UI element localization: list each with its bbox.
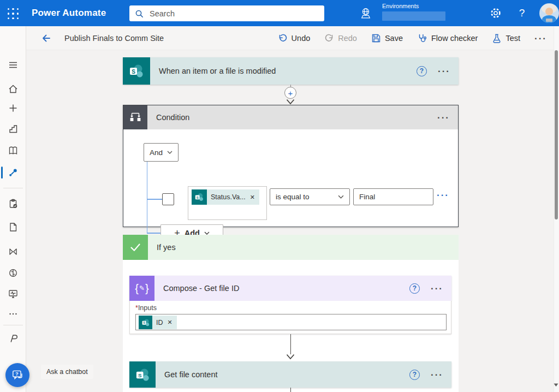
sharepoint-icon bbox=[129, 361, 156, 388]
settings-button[interactable] bbox=[485, 0, 507, 26]
app-title: Power Automate bbox=[32, 0, 106, 26]
row-checkbox[interactable] bbox=[162, 193, 174, 205]
ask-chatbot-button[interactable]: ? bbox=[5, 363, 29, 387]
comparison-value: is equal to bbox=[276, 193, 310, 201]
card-menu-icon[interactable]: ··· bbox=[438, 67, 450, 76]
condition-body: And Status.Va... ✕ is equa bbox=[123, 129, 458, 226]
avatar-face bbox=[545, 8, 553, 15]
condition-header[interactable]: Condition ··· bbox=[123, 105, 458, 129]
nav-menu-button[interactable] bbox=[0, 60, 26, 72]
row-menu-icon[interactable]: ··· bbox=[437, 191, 449, 200]
desktop-flows-icon bbox=[8, 246, 19, 257]
if-yes-label: If yes bbox=[157, 243, 176, 252]
page-icon bbox=[8, 222, 19, 233]
get-file-content-card[interactable]: Get file content ? ··· bbox=[129, 361, 451, 388]
stethoscope-icon bbox=[417, 33, 427, 44]
topbar: Power Automate Environments bbox=[0, 0, 559, 26]
get-file-content-title: Get file content bbox=[164, 370, 218, 379]
nav-solutions[interactable] bbox=[0, 222, 26, 234]
power-platform-icon bbox=[8, 333, 19, 344]
nav-create[interactable] bbox=[0, 103, 26, 115]
tree-line bbox=[147, 233, 160, 234]
group-operator-dropdown[interactable]: And bbox=[144, 143, 179, 162]
tree-line bbox=[147, 199, 162, 200]
dynamic-content-chip[interactable]: ID ✕ bbox=[139, 316, 177, 329]
back-button[interactable] bbox=[40, 26, 51, 50]
designer-toolbar: Publish Finals to Comm Site Undo Redo bbox=[26, 26, 559, 50]
save-label: Save bbox=[385, 34, 403, 43]
monitor-pulse-icon bbox=[8, 288, 19, 299]
brain-icon bbox=[8, 268, 19, 278]
sharepoint-icon bbox=[192, 189, 207, 205]
flow-checker-button[interactable]: Flow checker bbox=[417, 33, 478, 44]
environments-label: Environments bbox=[382, 3, 419, 9]
templates-icon bbox=[8, 123, 19, 134]
compose-braces-icon: {✎} bbox=[129, 276, 154, 301]
connector-line bbox=[290, 388, 292, 392]
value-input[interactable]: Final bbox=[353, 188, 433, 205]
remove-chip-icon[interactable]: ✕ bbox=[249, 194, 259, 201]
search-field[interactable] bbox=[148, 9, 319, 19]
nav-power-platform[interactable] bbox=[0, 333, 26, 345]
flow-title: Publish Finals to Comm Site bbox=[64, 26, 164, 50]
comparison-dropdown[interactable]: is equal to bbox=[270, 188, 350, 205]
save-button[interactable]: Save bbox=[371, 33, 403, 43]
nav-more[interactable] bbox=[0, 308, 26, 320]
card-menu-icon[interactable]: ··· bbox=[431, 284, 443, 293]
ask-chatbot-tooltip: Ask a chatbot bbox=[41, 365, 93, 379]
nav-learn[interactable] bbox=[0, 145, 26, 157]
remove-chip-icon[interactable]: ✕ bbox=[167, 319, 177, 326]
flask-icon bbox=[492, 33, 502, 43]
test-label: Test bbox=[506, 34, 520, 43]
home-icon bbox=[8, 84, 19, 94]
redo-button[interactable]: Redo bbox=[324, 33, 357, 43]
nav-monitor[interactable] bbox=[0, 288, 26, 300]
environment-picker[interactable] bbox=[359, 7, 372, 20]
nav-home[interactable] bbox=[0, 84, 26, 96]
plus-icon bbox=[8, 103, 19, 114]
nav-divider bbox=[3, 325, 23, 325]
dynamic-content-chip[interactable]: Status.Va... ✕ bbox=[192, 189, 259, 205]
environment-name-redacted[interactable] bbox=[382, 11, 445, 21]
waffle-menu-icon[interactable] bbox=[6, 7, 20, 21]
nav-desktop-flows[interactable] bbox=[0, 246, 26, 258]
scrollbar-thumb[interactable] bbox=[555, 50, 558, 219]
trigger-title: When an item or a file is modified bbox=[159, 67, 276, 75]
nav-templates[interactable] bbox=[0, 123, 26, 135]
toolbar-commands: Undo Redo Save bbox=[278, 26, 547, 50]
save-icon bbox=[371, 33, 381, 43]
value-text: Final bbox=[359, 193, 375, 201]
tree-line bbox=[147, 162, 148, 233]
avatar[interactable] bbox=[539, 3, 559, 23]
book-icon bbox=[8, 145, 19, 156]
sharepoint-icon bbox=[139, 316, 152, 329]
test-button[interactable]: Test bbox=[492, 33, 520, 43]
ellipsis-icon bbox=[8, 308, 19, 319]
toolbar-more-button[interactable]: ··· bbox=[534, 34, 547, 43]
connector-line bbox=[290, 334, 292, 354]
clipboard-check-icon bbox=[8, 198, 19, 209]
insert-step-button[interactable]: + bbox=[284, 87, 296, 99]
undo-button[interactable]: Undo bbox=[278, 33, 311, 43]
trigger-card[interactable]: When an item or a file is modified ? ··· bbox=[123, 57, 459, 85]
help-button[interactable]: ? bbox=[511, 0, 533, 26]
nav-divider bbox=[3, 188, 23, 188]
scrollbar-down-arrow[interactable] bbox=[554, 383, 558, 387]
hamburger-icon bbox=[8, 60, 19, 70]
help-icon[interactable]: ? bbox=[417, 66, 427, 76]
compose-inputs-field[interactable]: ID ✕ bbox=[135, 314, 447, 330]
card-menu-icon[interactable]: ··· bbox=[431, 370, 443, 379]
nav-approvals[interactable] bbox=[0, 198, 26, 210]
condition-field-box[interactable]: Status.Va... ✕ bbox=[188, 186, 267, 220]
help-icon[interactable]: ? bbox=[409, 283, 420, 294]
check-icon bbox=[123, 235, 148, 260]
nav-my-flows-active[interactable] bbox=[0, 167, 26, 179]
condition-icon bbox=[123, 105, 147, 129]
compose-header[interactable]: {✎} Compose - Get file ID ? ··· bbox=[129, 276, 451, 301]
plus-icon: + bbox=[288, 88, 293, 98]
card-menu-icon[interactable]: ··· bbox=[437, 113, 450, 122]
nav-ai-hub[interactable] bbox=[0, 268, 26, 280]
search-input[interactable] bbox=[129, 5, 324, 21]
help-icon[interactable]: ? bbox=[409, 370, 420, 380]
if-yes-branch-header[interactable]: If yes bbox=[123, 235, 459, 260]
